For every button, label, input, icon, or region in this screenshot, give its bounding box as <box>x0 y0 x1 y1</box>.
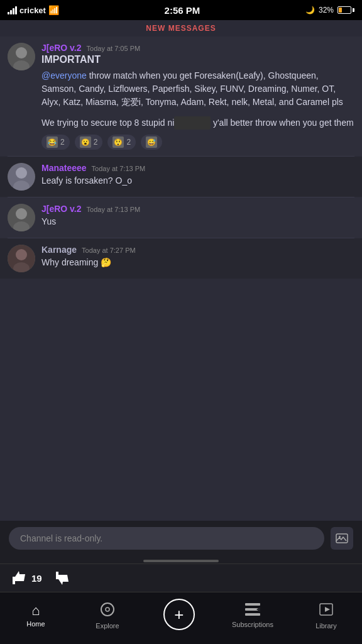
avatar <box>8 43 35 70</box>
library-icon <box>319 602 334 619</box>
nav-subscriptions-label: Subscriptions <box>232 621 273 628</box>
bottom-nav: ⌂ Home Explore + Subscriptions <box>0 592 362 644</box>
svg-rect-16 <box>245 603 260 606</box>
reaction-item[interactable]: 😅 <box>141 135 162 150</box>
username: J[eRO v.2 <box>41 43 82 53</box>
svg-point-14 <box>101 603 114 616</box>
timestamp: Today at 7:13 PM <box>92 165 146 172</box>
message-header: Karnage Today at 7:27 PM <box>41 245 354 255</box>
message-block: Karnage Today at 7:27 PM Why dreaming 🤔 <box>0 238 362 279</box>
wifi-icon: 📶 <box>48 5 59 15</box>
plus-icon: + <box>174 605 184 625</box>
status-bar: cricket 📶 2:56 PM 🌙 32% <box>0 0 362 20</box>
chat-area: J[eRO v.2 Today at 7:05 PM IMPORTANT @ev… <box>0 36 362 521</box>
timestamp: Today at 7:13 PM <box>87 206 141 213</box>
explore-icon <box>100 602 115 619</box>
battery-icon <box>337 6 354 14</box>
reaction-count: 2 <box>60 138 65 147</box>
nav-home[interactable]: ⌂ Home <box>17 604 55 628</box>
reaction-emoji: 😅 <box>146 136 157 148</box>
nav-home-label: Home <box>26 620 45 628</box>
image-upload-button[interactable] <box>331 527 353 550</box>
avatar <box>8 163 35 191</box>
username: Karnage <box>41 245 77 255</box>
dislike-button[interactable] <box>55 570 71 586</box>
reaction-item[interactable]: 😮 2 <box>75 135 103 150</box>
avatar <box>8 204 35 231</box>
like-button[interactable]: 19 <box>11 570 42 586</box>
message-header: Manateeee Today at 7:13 PM <box>41 163 354 173</box>
timestamp: Today at 7:27 PM <box>82 247 136 254</box>
reaction-emoji: 😂 <box>47 136 58 148</box>
message-header: J[eRO v.2 Today at 7:05 PM <box>41 43 354 53</box>
new-messages-banner: NEW MESSAGES <box>0 20 362 36</box>
message-block: Manateeee Today at 7:13 PM Leafy is fors… <box>0 157 362 197</box>
nav-explore[interactable]: Explore <box>89 602 126 630</box>
reaction-emoji: 😲 <box>112 136 124 148</box>
nav-add[interactable]: + <box>160 599 198 633</box>
reaction-item[interactable]: 😲 2 <box>107 135 136 150</box>
username: J[eRO v.2 <box>41 204 82 214</box>
nav-library-label: Library <box>315 622 337 630</box>
like-count: 19 <box>31 573 42 584</box>
redacted-text: █████ <box>174 116 211 130</box>
status-right: 🌙 32% <box>305 6 354 14</box>
message-header: J[eRO v.2 Today at 7:13 PM <box>41 204 354 214</box>
message-content: Manateeee Today at 7:13 PM Leafy is fors… <box>41 163 354 191</box>
battery-percent: 32% <box>319 6 334 14</box>
message-text: @everyone throw match when you get Fores… <box>41 69 354 109</box>
moon-icon: 🌙 <box>305 6 315 14</box>
message-content: J[eRO v.2 Today at 7:13 PM Yus <box>41 204 354 231</box>
message-content: Karnage Today at 7:27 PM Why dreaming 🤔 <box>41 245 354 272</box>
home-icon: ⌂ <box>31 604 40 618</box>
reaction-item[interactable]: 😂 2 <box>41 135 70 150</box>
svg-marker-21 <box>325 607 330 612</box>
message-text: Why dreaming 🤔 <box>41 256 354 269</box>
chat-input-box: Channel is read-only. <box>9 527 324 550</box>
timestamp: Today at 7:05 PM <box>87 45 141 52</box>
svg-marker-19 <box>256 607 260 612</box>
time-display: 2:56 PM <box>165 5 200 16</box>
avatar <box>8 245 35 272</box>
message-text-2: We trying to secure top 8 stupid ni█████… <box>41 116 354 130</box>
svg-point-1 <box>16 47 27 58</box>
mention: @everyone <box>41 70 87 80</box>
reaction-count: 2 <box>126 138 131 147</box>
nav-explore-label: Explore <box>96 622 119 630</box>
scroll-bar <box>143 560 219 562</box>
svg-point-15 <box>106 608 109 611</box>
username: Manateeee <box>41 163 87 173</box>
message-block: J[eRO v.2 Today at 7:05 PM IMPORTANT @ev… <box>0 36 362 156</box>
likes-bar: 19 <box>0 564 362 592</box>
chat-input-area: Channel is read-only. <box>0 521 362 556</box>
message-text: Leafy is forsaken? O_o <box>41 174 354 187</box>
message-content: J[eRO v.2 Today at 7:05 PM IMPORTANT @ev… <box>41 43 354 150</box>
reaction-count: 2 <box>94 138 98 147</box>
nav-subscriptions[interactable]: Subscriptions <box>232 603 273 628</box>
signal-bars-icon <box>8 6 17 14</box>
scroll-indicator <box>0 556 362 564</box>
status-left: cricket 📶 <box>8 5 59 15</box>
nav-library[interactable]: Library <box>307 602 345 630</box>
subscriptions-icon <box>245 603 260 618</box>
svg-rect-18 <box>245 613 260 616</box>
important-label: IMPORTANT <box>41 54 354 65</box>
carrier-label: cricket <box>19 6 46 15</box>
add-button[interactable]: + <box>163 599 195 630</box>
svg-point-7 <box>16 208 27 219</box>
message-block: J[eRO v.2 Today at 7:13 PM Yus <box>0 197 362 238</box>
reactions: 😂 2 😮 2 😲 2 😅 <box>41 135 354 150</box>
message-text: Yus <box>41 215 354 228</box>
reaction-emoji: 😮 <box>80 136 91 148</box>
svg-point-4 <box>16 167 27 179</box>
svg-point-10 <box>16 249 27 260</box>
